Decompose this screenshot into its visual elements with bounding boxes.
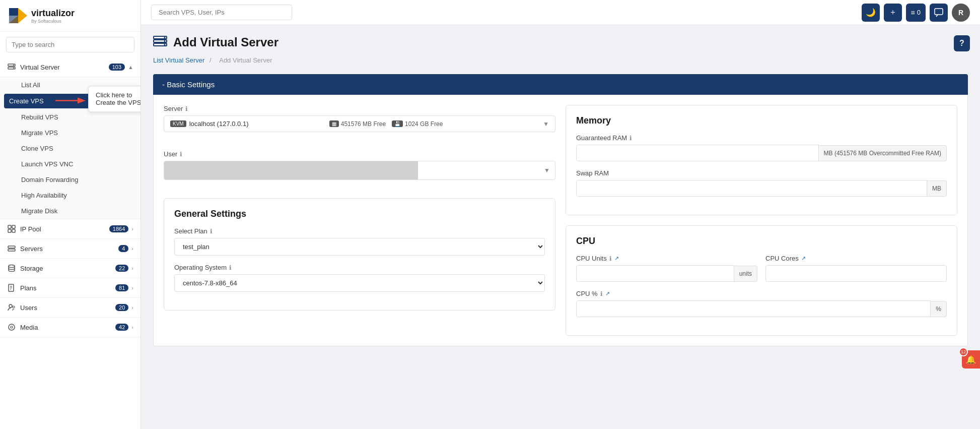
notification-count: 12 xyxy=(959,347,968,356)
nav-virtual-server-badge: 103 xyxy=(109,64,125,71)
nav-users-label: Users xyxy=(20,304,115,312)
plans-icon xyxy=(7,283,16,292)
os-select[interactable]: centos-7.8-x86_64 xyxy=(174,274,545,292)
cpu-units-input[interactable]: 1000 xyxy=(576,265,734,282)
cpu-percent-input-row: 0.00 % xyxy=(576,300,947,317)
swap-ram-label-text: Swap RAM xyxy=(576,169,609,177)
tasks-button[interactable]: ≡ 0 xyxy=(906,4,926,22)
breadcrumb-separator: / xyxy=(209,56,213,64)
page-header: Add Virtual Server xyxy=(153,35,968,49)
swap-ram-input[interactable]: 512 xyxy=(576,180,927,197)
svg-rect-24 xyxy=(935,9,943,15)
tooltip-arrow-wrapper xyxy=(55,94,86,108)
topbar-search-wrapper xyxy=(151,5,292,20)
nav-servers-header[interactable]: Servers 4 › xyxy=(0,239,141,259)
user-avatar-button[interactable]: R xyxy=(952,4,970,22)
cpu-cores-ext-icon[interactable]: ↗ xyxy=(801,255,806,262)
page-content: Add Virtual Server List Virtual Server /… xyxy=(141,25,980,429)
storage-icon xyxy=(7,264,16,273)
server-select-wrapper[interactable]: KVM localhost (127.0.0.1) ▦ 451576 MB Fr… xyxy=(164,115,555,132)
sidebar-item-clone-vps[interactable]: Clone VPS xyxy=(0,141,141,156)
svg-point-6 xyxy=(13,68,14,69)
logo-text: virtualizor By Softaculous xyxy=(31,8,75,24)
nav-servers-arrow: › xyxy=(131,246,133,252)
sidebar-item-domain-forwarding[interactable]: Domain Forwarding xyxy=(0,172,141,188)
plan-select[interactable]: test_plan xyxy=(174,238,545,256)
cpu-units-ext-icon[interactable]: ↗ xyxy=(614,255,619,262)
user-info-icon[interactable]: ℹ xyxy=(180,151,182,158)
nav-virtual-server-header[interactable]: Virtual Server 103 ▲ xyxy=(0,57,141,77)
nav-plans-badge: 81 xyxy=(115,284,128,291)
svg-rect-12 xyxy=(12,229,15,232)
section-body-basic-settings: Server ℹ KVM localhost (127.0.0.1) ▦ 451… xyxy=(153,95,968,346)
guaranteed-ram-info-icon[interactable]: ℹ xyxy=(629,135,632,142)
nav-ip-pool-badge: 1864 xyxy=(109,225,128,232)
tasks-icon: ≡ xyxy=(911,9,915,17)
nav-storage-label: Storage xyxy=(20,265,115,272)
server-info-icon[interactable]: ℹ xyxy=(185,105,188,112)
dark-mode-button[interactable]: 🌙 xyxy=(862,4,880,22)
topbar: 🌙 ＋ ≡ 0 R xyxy=(141,0,980,25)
nav-users-header[interactable]: Users 20 › xyxy=(0,298,141,318)
nav-ip-pool-label: IP Pool xyxy=(20,225,109,233)
server-value-text: localhost (127.0.0.1) xyxy=(189,120,327,128)
cpu-percent-label-text: CPU % xyxy=(576,290,598,297)
sidebar-item-launch-vps-vnc[interactable]: Launch VPS VNC xyxy=(0,156,141,172)
user-field-row: User ℹ ▼ xyxy=(164,150,555,180)
memory-card: Memory Guaranteed RAM ℹ 1024 MB (451576 … xyxy=(566,105,957,215)
nav-media-header[interactable]: Media 42 › xyxy=(0,318,141,337)
svg-rect-9 xyxy=(8,225,11,228)
nav-media-badge: 42 xyxy=(115,324,128,331)
sidebar-item-high-availability[interactable]: High Availability xyxy=(0,188,141,203)
cpu-percent-ext-icon[interactable]: ↗ xyxy=(605,290,610,297)
cpu-card: CPU CPU Units ℹ ↗ xyxy=(566,225,957,336)
breadcrumb-parent-link[interactable]: List Virtual Server xyxy=(153,56,204,64)
svg-rect-13 xyxy=(8,246,15,248)
servers-icon xyxy=(7,244,16,253)
nav-servers-label: Servers xyxy=(20,245,118,253)
cpu-cores-label-text: CPU Cores xyxy=(765,255,799,262)
nav-servers-badge: 4 xyxy=(118,245,128,252)
help-button[interactable]: ? xyxy=(954,35,970,51)
os-label-text: Operating System xyxy=(174,264,227,271)
ip-pool-icon xyxy=(7,224,16,233)
cpu-percent-field: CPU % ℹ ↗ 0.00 % xyxy=(576,290,947,317)
cpu-cores-input[interactable]: 4 xyxy=(765,265,947,282)
arrow-icon xyxy=(55,94,86,106)
nav-storage-header[interactable]: Storage 22 › xyxy=(0,259,141,278)
tooltip-text: Click here toCreate the VPS xyxy=(96,91,141,106)
cpu-units-info-icon[interactable]: ℹ xyxy=(609,255,612,262)
user-field-label: User ℹ xyxy=(164,150,555,158)
nav-users-arrow: › xyxy=(131,304,133,311)
cpu-percent-input[interactable]: 0.00 xyxy=(576,300,931,317)
guaranteed-ram-input[interactable]: 1024 xyxy=(576,145,819,161)
nav-ip-pool-arrow: › xyxy=(131,226,133,232)
nav-ip-pool-header[interactable]: IP Pool 1864 › xyxy=(0,219,141,239)
logo-sub-text: By Softaculous xyxy=(31,19,75,24)
sidebar-search-input[interactable] xyxy=(6,37,134,52)
svg-point-15 xyxy=(9,265,15,268)
chat-button[interactable] xyxy=(930,4,948,22)
user-select-wrapper[interactable]: ▼ xyxy=(164,161,555,180)
guaranteed-ram-suffix: MB (451576 MB Overcommitted Free RAM) xyxy=(819,145,947,161)
cpu-percent-info-icon[interactable]: ℹ xyxy=(600,290,603,297)
svg-point-21 xyxy=(13,306,15,308)
add-button[interactable]: ＋ xyxy=(884,4,902,22)
plan-info-icon[interactable]: ℹ xyxy=(210,228,213,235)
cpu-cores-label: CPU Cores ↗ xyxy=(765,255,947,262)
server-label-text: Server xyxy=(164,105,183,112)
nav-plans-header[interactable]: Plans 81 › xyxy=(0,278,141,298)
notification-fab[interactable]: 🔔 12 xyxy=(962,350,980,369)
main-content-area: 🌙 ＋ ≡ 0 R xyxy=(141,0,980,429)
sidebar-item-migrate-disk[interactable]: Migrate Disk xyxy=(0,203,141,219)
plan-field-label: Select Plan ℹ xyxy=(174,227,545,235)
topbar-search-input[interactable] xyxy=(151,5,292,20)
swap-ram-suffix: MB xyxy=(927,180,947,197)
guaranteed-ram-label: Guaranteed RAM ℹ xyxy=(576,134,947,142)
os-info-icon[interactable]: ℹ xyxy=(229,264,232,271)
server-field-label: Server ℹ xyxy=(164,105,555,112)
nav-media-label: Media xyxy=(20,324,115,331)
breadcrumb: List Virtual Server / Add Virtual Server xyxy=(153,56,968,64)
cpu-cores-field: CPU Cores ↗ 4 xyxy=(765,255,947,282)
sidebar-item-migrate-vps[interactable]: Migrate VPS xyxy=(0,125,141,141)
